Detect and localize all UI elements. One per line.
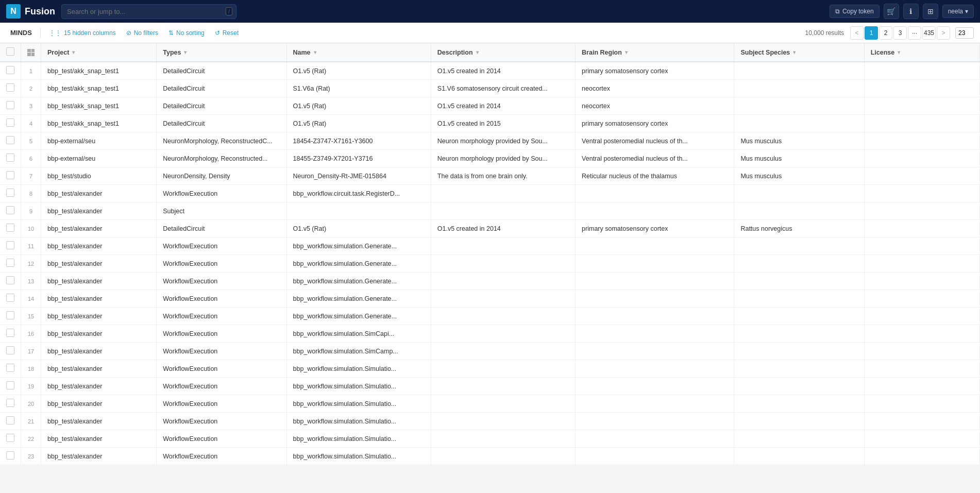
row-license — [864, 360, 979, 378]
row-name: bbp_workflow.simulation.Simulatio... — [286, 360, 431, 378]
license-sort-icon: ▾ — [898, 49, 900, 55]
name-header[interactable]: Name ▾ — [286, 43, 431, 62]
row-checkbox[interactable] — [0, 360, 21, 378]
row-number: 13 — [21, 273, 41, 290]
row-checkbox[interactable] — [0, 343, 21, 360]
table-row: 13 bbp_test/alexander WorkflowExecution … — [0, 273, 980, 290]
table-row: 4 bbp_test/akk_snap_test1 DetailedCircui… — [0, 115, 980, 132]
checkbox-header[interactable] — [0, 43, 21, 62]
row-description: O1.v5 created in 2014 — [431, 220, 575, 237]
subject-species-sort-icon: ▾ — [793, 49, 796, 55]
row-checkbox[interactable] — [0, 202, 21, 220]
row-brain-region: Ventral posteromedial nucleus of th... — [576, 132, 734, 150]
row-checkbox[interactable] — [0, 290, 21, 308]
page-1-button[interactable]: 1 — [865, 26, 878, 40]
row-checkbox[interactable] — [0, 395, 21, 413]
filters-button[interactable]: ⊘ No filters — [122, 27, 162, 39]
row-checkbox[interactable] — [0, 430, 21, 448]
table-row: 1 bbp_test/akk_snap_test1 DetailedCircui… — [0, 62, 980, 80]
row-checkbox[interactable] — [0, 308, 21, 325]
row-brain-region — [576, 413, 734, 430]
types-header[interactable]: Types ▾ — [157, 43, 286, 62]
filter-icon: ⊘ — [126, 29, 131, 37]
row-subject-species: Rattus norvegicus — [734, 220, 864, 237]
select-all-checkbox[interactable] — [6, 47, 14, 56]
table-row: 6 bbp-external/seu NeuronMorphology, Rec… — [0, 150, 980, 167]
search-shortcut: / — [226, 7, 232, 15]
chevron-down-icon: ▾ — [965, 8, 968, 15]
next-page-button[interactable]: > — [937, 26, 950, 40]
page-435-button[interactable]: 435 — [922, 26, 936, 40]
row-types: WorkflowExecution — [157, 448, 286, 465]
row-name: O1.v5 (Rat) — [286, 97, 431, 115]
copy-token-button[interactable]: ⧉ Copy token — [830, 5, 880, 18]
description-header[interactable]: Description ▾ — [431, 43, 575, 62]
cart-icon-button[interactable]: 🛒 — [884, 4, 899, 19]
prev-page-button[interactable]: < — [850, 26, 864, 40]
top-navigation: N Fusion / ⧉ Copy token 🛒 ℹ ⊞ neela ▾ — [0, 0, 980, 23]
brain-region-header[interactable]: Brain Region ▾ — [576, 43, 734, 62]
row-license — [864, 150, 979, 167]
table-row: 23 bbp_test/alexander WorkflowExecution … — [0, 448, 980, 465]
row-project: bbp_test/alexander — [41, 378, 157, 395]
row-description — [431, 343, 575, 360]
project-header[interactable]: Project ▾ — [41, 43, 157, 62]
row-checkbox[interactable] — [0, 273, 21, 290]
row-checkbox[interactable] — [0, 448, 21, 465]
row-checkbox[interactable] — [0, 115, 21, 132]
row-name: bbp_workflow.simulation.Simulatio... — [286, 378, 431, 395]
user-menu[interactable]: neela ▾ — [942, 5, 974, 18]
row-checkbox[interactable] — [0, 132, 21, 150]
row-description — [431, 325, 575, 343]
row-types: WorkflowExecution — [157, 378, 286, 395]
subject-species-header[interactable]: Subject Species ▾ — [734, 43, 864, 62]
sort-icon: ⇅ — [168, 29, 174, 37]
row-checkbox[interactable] — [0, 413, 21, 430]
row-name: O1.v5 (Rat) — [286, 62, 431, 80]
row-license — [864, 448, 979, 465]
row-checkbox[interactable] — [0, 150, 21, 167]
sorting-button[interactable]: ⇅ No sorting — [164, 27, 209, 39]
row-checkbox[interactable] — [0, 97, 21, 115]
row-brain-region: primary somatosensory cortex — [576, 115, 734, 132]
description-sort-icon: ▾ — [476, 49, 479, 55]
row-checkbox[interactable] — [0, 62, 21, 80]
row-subject-species — [734, 430, 864, 448]
table-header-row: Project ▾ Types ▾ Name ▾ — [0, 43, 980, 62]
row-checkbox[interactable] — [0, 237, 21, 255]
row-brain-region — [576, 202, 734, 220]
hidden-columns-button[interactable]: ⋮⋮ 15 hidden columns — [45, 27, 120, 39]
page-2-button[interactable]: 2 — [879, 26, 892, 40]
row-name: bbp_workflow.simulation.Generate... — [286, 308, 431, 325]
row-types: Subject — [157, 202, 286, 220]
page-3-button[interactable]: 3 — [893, 26, 907, 40]
row-checkbox[interactable] — [0, 378, 21, 395]
row-project: bbp_test/alexander — [41, 202, 157, 220]
row-license — [864, 290, 979, 308]
search-input[interactable] — [61, 4, 236, 19]
row-types: DetailedCircuit — [157, 97, 286, 115]
data-table: Project ▾ Types ▾ Name ▾ — [0, 43, 980, 465]
row-number: 10 — [21, 220, 41, 237]
row-name: S1.V6a (Rat) — [286, 80, 431, 97]
row-checkbox[interactable] — [0, 80, 21, 97]
row-subject-species — [734, 448, 864, 465]
grid-icon-button[interactable]: ⊞ — [923, 4, 938, 19]
row-checkbox[interactable] — [0, 185, 21, 202]
page-jump-input[interactable] — [955, 27, 974, 39]
row-checkbox[interactable] — [0, 325, 21, 343]
row-checkbox[interactable] — [0, 167, 21, 185]
info-icon-button[interactable]: ℹ — [903, 4, 919, 19]
row-project: bbp_test/alexander — [41, 448, 157, 465]
license-header[interactable]: License ▾ — [864, 43, 979, 62]
table-row: 10 bbp_test/alexander DetailedCircuit O1… — [0, 220, 980, 237]
row-checkbox[interactable] — [0, 255, 21, 273]
row-license — [864, 343, 979, 360]
toolbar-divider-1 — [40, 28, 41, 38]
row-description — [431, 237, 575, 255]
row-license — [864, 62, 979, 80]
row-description — [431, 308, 575, 325]
row-checkbox[interactable] — [0, 220, 21, 237]
row-name: Neuron_Density-Rt-JME-015864 — [286, 167, 431, 185]
reset-button[interactable]: ↺ Reset — [211, 27, 243, 39]
